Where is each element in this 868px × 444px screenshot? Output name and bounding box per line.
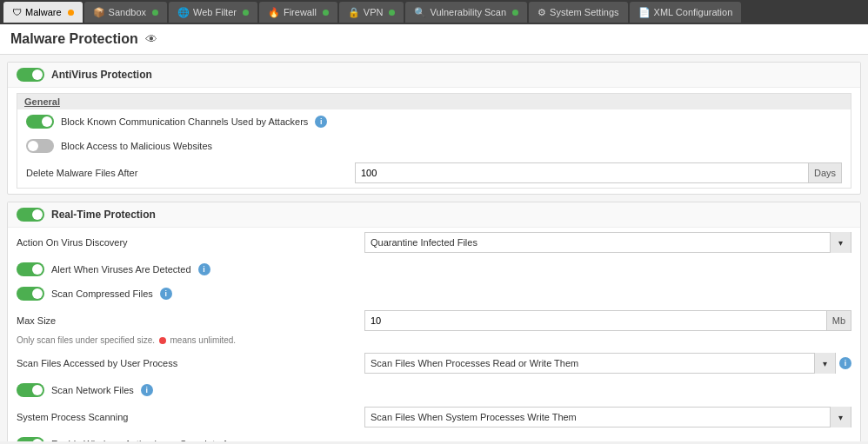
action-virus-select-text: Quarantine Infected Files (365, 237, 830, 248)
scan-user-process-select[interactable]: Scan Files When Processes Read or Write … (364, 353, 836, 374)
realtime-section-body: Action On Virus Discovery Quarantine Inf… (8, 228, 860, 441)
tab-sysset[interactable]: ⚙ System Settings (529, 2, 627, 23)
max-size-row: Max Size 10 Mb (8, 306, 860, 335)
eye-icon[interactable]: 👁 (145, 32, 157, 46)
max-size-unit: Mb (827, 310, 851, 331)
sys-process-select-text: Scan Files When System Processes Write T… (365, 412, 830, 422)
page-title: Malware Protection (10, 31, 138, 47)
sys-process-select[interactable]: Scan Files When System Processes Write T… (364, 407, 851, 427)
windows-antimalware-label: Enable Windows Antimalware Scan Interfac… (51, 439, 242, 441)
tab-sandbox[interactable]: 📦 Sandbox (84, 2, 167, 23)
scan-user-process-label: Scan Files Accessed by User Process (17, 358, 208, 368)
tab-vulnscan[interactable]: 🔍 Vulnerability Scan (405, 2, 527, 23)
sysset-tab-icon: ⚙ (537, 7, 546, 18)
scan-user-process-row: Scan Files Accessed by User Process Scan… (8, 348, 860, 378)
malware-tab-icon: 🛡 (12, 7, 22, 17)
page-title-bar: Malware Protection 👁 (0, 24, 868, 55)
delete-after-label: Delete Malware Files After (26, 168, 137, 178)
webfilter-tab-label: Web Filter (193, 7, 237, 17)
action-virus-chevron[interactable]: ▾ (830, 232, 851, 253)
block-malicious-label: Block Access to Malicious Websites (61, 141, 212, 151)
scan-network-label: Scan Network Files (51, 385, 134, 395)
firewall-tab-dot (323, 10, 329, 16)
antivirus-section-header: AntiVirus Protection (8, 63, 860, 88)
action-virus-select[interactable]: Quarantine Infected Files ▾ (364, 232, 851, 253)
delete-after-unit: Days (809, 162, 842, 183)
tab-firewall[interactable]: 🔥 Firewall (259, 2, 337, 23)
max-size-helper: Only scan files under specified size. me… (8, 335, 860, 348)
firewall-tab-label: Firewall (284, 7, 317, 17)
firewall-tab-icon: 🔥 (268, 7, 280, 18)
vulnscan-tab-dot (512, 10, 518, 16)
general-box: General Block Known Communication Channe… (17, 93, 851, 189)
scan-network-row: Scan Network Files i (8, 378, 860, 402)
alert-viruses-info-icon[interactable]: i (198, 263, 210, 275)
scan-network-info-icon[interactable]: i (141, 384, 153, 396)
max-size-input[interactable]: 10 (364, 310, 827, 331)
delete-after-input[interactable]: 100 (355, 162, 809, 183)
block-channels-label: Block Known Communication Channels Used … (61, 116, 308, 127)
block-channels-info-icon[interactable]: i (315, 116, 327, 128)
action-virus-label: Action On Virus Discovery (17, 237, 208, 248)
block-malicious-toggle[interactable] (26, 139, 54, 153)
realtime-toggle[interactable] (17, 208, 44, 222)
tab-malware[interactable]: 🛡 Malware (3, 2, 83, 23)
tab-vpn[interactable]: 🔒 VPN (339, 2, 404, 23)
windows-antimalware-toggle[interactable] (17, 437, 44, 441)
sys-process-label: System Process Scanning (17, 412, 208, 422)
scan-user-process-info-icon[interactable]: i (839, 357, 851, 369)
webfilter-tab-dot (243, 10, 249, 16)
antivirus-label: AntiVirus Protection (51, 69, 152, 81)
red-dot-icon (159, 337, 166, 344)
sandbox-tab-label: Sandbox (109, 7, 146, 17)
vulnscan-tab-icon: 🔍 (414, 7, 426, 18)
scan-compressed-toggle[interactable] (17, 287, 44, 301)
alert-viruses-row: Alert When Viruses Are Detected i (8, 257, 860, 282)
block-channels-row: Block Known Communication Channels Used … (17, 109, 851, 134)
tab-webfilter[interactable]: 🌐 Web Filter (169, 2, 257, 23)
block-channels-toggle[interactable] (26, 115, 54, 129)
sandbox-tab-dot (152, 10, 158, 16)
general-header: General (17, 94, 851, 109)
sys-process-chevron[interactable]: ▾ (830, 407, 851, 427)
vpn-tab-label: VPN (364, 7, 384, 17)
xmlconfig-tab-label: XML Configuration (654, 7, 733, 17)
block-malicious-row: Block Access to Malicious Websites (17, 134, 851, 158)
vpn-tab-dot (389, 10, 395, 16)
vpn-tab-icon: 🔒 (348, 7, 360, 18)
realtime-section-header: Real-Time Protection (8, 202, 860, 228)
delete-after-row: Delete Malware Files After 100 Days (17, 158, 851, 188)
malware-tab-label: Malware (25, 7, 62, 17)
tab-xmlconfig[interactable]: 📄 XML Configuration (630, 2, 742, 23)
max-size-label: Max Size (17, 315, 208, 326)
scan-user-process-select-text: Scan Files When Processes Read or Write … (365, 358, 814, 368)
action-virus-row: Action On Virus Discovery Quarantine Inf… (8, 228, 860, 257)
malware-tab-dot (68, 10, 74, 16)
alert-viruses-toggle[interactable] (17, 262, 44, 276)
main-content: AntiVirus Protection General Block Known… (0, 55, 868, 441)
sandbox-tab-icon: 📦 (93, 7, 105, 18)
nav-tabs: 🛡 Malware 📦 Sandbox 🌐 Web Filter 🔥 Firew… (0, 0, 868, 24)
scan-compressed-info-icon[interactable]: i (160, 288, 172, 300)
scan-compressed-row: Scan Compressed Files i (8, 282, 860, 306)
antivirus-section-body: General Block Known Communication Channe… (8, 93, 860, 189)
realtime-label: Real-Time Protection (51, 209, 156, 221)
scan-network-toggle[interactable] (17, 383, 44, 397)
antivirus-toggle[interactable] (17, 68, 44, 82)
windows-antimalware-row: Enable Windows Antimalware Scan Interfac… (8, 432, 860, 441)
webfilter-tab-icon: 🌐 (177, 7, 190, 18)
vulnscan-tab-label: Vulnerability Scan (430, 7, 506, 17)
xmlconfig-tab-icon: 📄 (638, 7, 651, 18)
scan-user-process-chevron[interactable]: ▾ (814, 353, 835, 374)
realtime-section: Real-Time Protection Action On Virus Dis… (7, 202, 861, 441)
alert-viruses-label: Alert When Viruses Are Detected (51, 264, 191, 275)
sysset-tab-label: System Settings (550, 7, 618, 17)
antivirus-section: AntiVirus Protection General Block Known… (7, 62, 861, 195)
sys-process-row: System Process Scanning Scan Files When … (8, 402, 860, 432)
scan-compressed-label: Scan Compressed Files (51, 288, 153, 299)
